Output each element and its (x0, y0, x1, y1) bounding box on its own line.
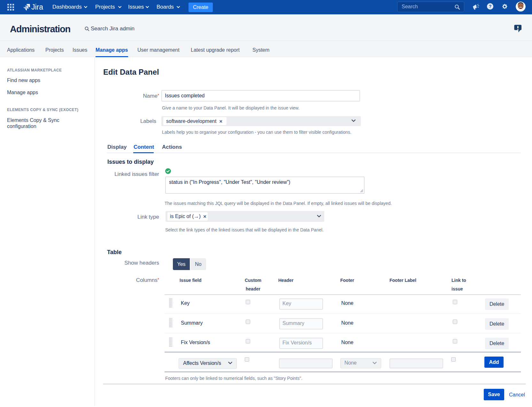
svg-text:?: ? (489, 4, 492, 9)
